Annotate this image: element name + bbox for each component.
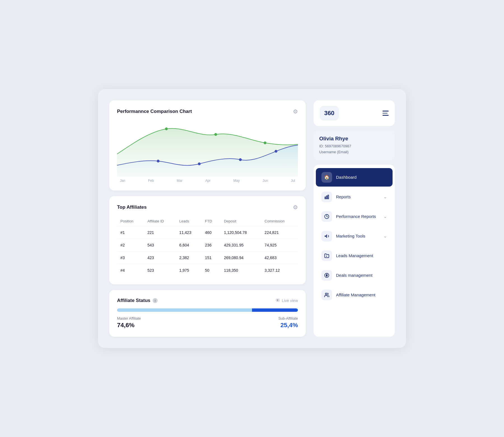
nav-item-deals[interactable]: Deals management xyxy=(316,266,393,285)
live-view-label: Live view xyxy=(282,298,298,303)
performance-chevron-icon: ⌄ xyxy=(383,214,387,219)
affiliates-card-header: Top Affiliates ⚙ xyxy=(117,204,298,211)
logo-bar: 360 xyxy=(314,100,395,126)
svg-point-6 xyxy=(325,293,327,295)
performance-icon xyxy=(324,214,329,219)
cell-row2-col5: 42,683 xyxy=(261,252,298,264)
cell-row2-col3: 151 xyxy=(202,252,221,264)
chart-card: Performannce Comparison Chart ⚙ xyxy=(109,100,306,190)
affiliates-title: Top Affiliates xyxy=(117,204,147,210)
green-dot-2 xyxy=(214,133,217,136)
green-dot-3 xyxy=(264,141,267,144)
user-card: Olivia Rhye ID: 5697089670987 Username (… xyxy=(314,131,395,160)
cell-row3-col2: 1,975 xyxy=(176,264,202,277)
cell-row2-col2: 2,382 xyxy=(176,252,202,264)
progress-bar xyxy=(117,308,298,312)
chart-month-labels: Jan Feb Mar Apr May Jun Jul xyxy=(117,179,298,183)
info-icon: i xyxy=(153,298,158,303)
user-email: Username (Email) xyxy=(319,149,389,155)
cell-row0-col4: 1,120,504.78 xyxy=(221,226,261,239)
affiliates-table-body: #122111,4234601,120,504.78224,821#25436,… xyxy=(117,226,298,277)
nav-item-leads[interactable]: Leads Management xyxy=(316,247,393,265)
app-container: Performannce Comparison Chart ⚙ xyxy=(98,89,406,348)
affiliates-table-head: Position Affiliate ID Leads FTD Deposit … xyxy=(117,216,298,226)
nav-item-reports[interactable]: Reports ⌄ xyxy=(316,188,393,206)
nav-item-affiliate-mgmt[interactable]: Affiliate Management xyxy=(316,286,393,304)
cell-row3-col4: 118,350 xyxy=(221,264,261,277)
affiliates-settings-icon[interactable]: ⚙ xyxy=(293,204,298,211)
master-affiliate-group: Master Affiliate 74,6% xyxy=(117,316,141,329)
cell-row0-col5: 224,821 xyxy=(261,226,298,239)
cell-row3-col0: #4 xyxy=(117,264,144,277)
live-view[interactable]: 👁 Live view xyxy=(276,298,298,303)
status-header: Affiliate Status i 👁 Live view xyxy=(117,298,298,303)
blue-dot-3 xyxy=(239,158,242,161)
cell-row2-col4: 269,080.94 xyxy=(221,252,261,264)
right-panel: 360 Olivia Rhye ID: 5697089670987 Userna… xyxy=(314,100,395,337)
master-label: Master Affiliate xyxy=(117,316,141,320)
dashboard-icon-wrap: 🏠 xyxy=(321,172,332,183)
table-row: #25436,604236429,331.9574,925 xyxy=(117,239,298,252)
status-title: Affiliate Status xyxy=(117,298,150,303)
reports-icon-wrap xyxy=(321,192,332,202)
svg-rect-2 xyxy=(328,195,329,199)
cell-row1-col0: #2 xyxy=(117,239,144,252)
marketing-chevron-icon: ⌄ xyxy=(383,233,387,239)
cell-row1-col1: 543 xyxy=(144,239,176,252)
col-deposit: Deposit xyxy=(221,216,261,226)
master-value: 74,6% xyxy=(117,322,141,329)
col-ftd: FTD xyxy=(202,216,221,226)
nav-label-dashboard: Dashboard xyxy=(336,175,387,180)
svg-rect-1 xyxy=(326,196,327,199)
nav-label-affiliate-mgmt: Affiliate Management xyxy=(336,292,387,297)
cell-row0-col3: 460 xyxy=(202,226,221,239)
month-feb: Feb xyxy=(148,179,154,183)
nav-label-marketing: Marketing Tools xyxy=(336,234,379,238)
cell-row0-col1: 221 xyxy=(144,226,176,239)
blue-dot-2 xyxy=(198,162,201,165)
dashboard-icon: 🏠 xyxy=(324,175,330,180)
cell-row3-col5: 3,327.12 xyxy=(261,264,298,277)
cell-row1-col5: 74,925 xyxy=(261,239,298,252)
affiliate-status-card: Affiliate Status i 👁 Live view Master Af… xyxy=(109,290,306,337)
top-affiliates-card: Top Affiliates ⚙ Position Affiliate ID L… xyxy=(109,196,306,284)
chart-area xyxy=(117,120,298,176)
month-jun: Jun xyxy=(263,179,268,183)
hamburger-menu-icon[interactable] xyxy=(382,111,389,116)
performance-icon-wrap xyxy=(321,211,332,222)
megaphone-icon xyxy=(324,234,329,239)
nav-item-dashboard[interactable]: 🏠 Dashboard xyxy=(316,168,393,187)
status-title-row: Affiliate Status i xyxy=(117,298,158,303)
users-icon xyxy=(324,292,329,297)
progress-sub xyxy=(252,308,298,312)
blue-dot-4 xyxy=(275,150,277,153)
deals-icon-wrap xyxy=(321,270,332,281)
nav-label-leads: Leads Management xyxy=(336,253,387,258)
nav-label-deals: Deals management xyxy=(336,273,387,278)
chart-settings-icon[interactable]: ⚙ xyxy=(293,108,298,115)
month-apr: Apr xyxy=(205,179,211,183)
sub-label: Sub-Affiliate xyxy=(278,316,298,320)
nav-label-reports: Reports xyxy=(336,194,379,199)
cell-row3-col3: 50 xyxy=(202,264,221,277)
progress-master xyxy=(117,308,252,312)
month-mar: Mar xyxy=(177,179,183,183)
user-name: Olivia Rhye xyxy=(319,136,389,142)
user-id: ID: 5697089670987 xyxy=(319,143,389,149)
month-may: May xyxy=(234,179,240,183)
leads-icon-wrap xyxy=(321,250,332,261)
chart-card-header: Performannce Comparison Chart ⚙ xyxy=(117,108,298,115)
nav-item-performance-reports[interactable]: Performance Reports ⌄ xyxy=(316,207,393,226)
nav-item-marketing[interactable]: Marketing Tools ⌄ xyxy=(316,227,393,245)
chart-svg xyxy=(117,120,298,176)
nav-label-performance: Performance Reports xyxy=(336,214,379,219)
affiliates-table: Position Affiliate ID Leads FTD Deposit … xyxy=(117,216,298,276)
progress-labels: Master Affiliate 74,6% Sub-Affiliate 25,… xyxy=(117,316,298,329)
green-dot-1 xyxy=(165,127,168,130)
cell-row0-col2: 11,423 xyxy=(176,226,202,239)
table-row: #122111,4234601,120,504.78224,821 xyxy=(117,226,298,239)
logo: 360 xyxy=(320,106,339,120)
reports-chevron-icon: ⌄ xyxy=(383,194,387,199)
nav-section: 🏠 Dashboard Reports ⌄ xyxy=(314,165,395,337)
chart-title: Performannce Comparison Chart xyxy=(117,109,192,114)
